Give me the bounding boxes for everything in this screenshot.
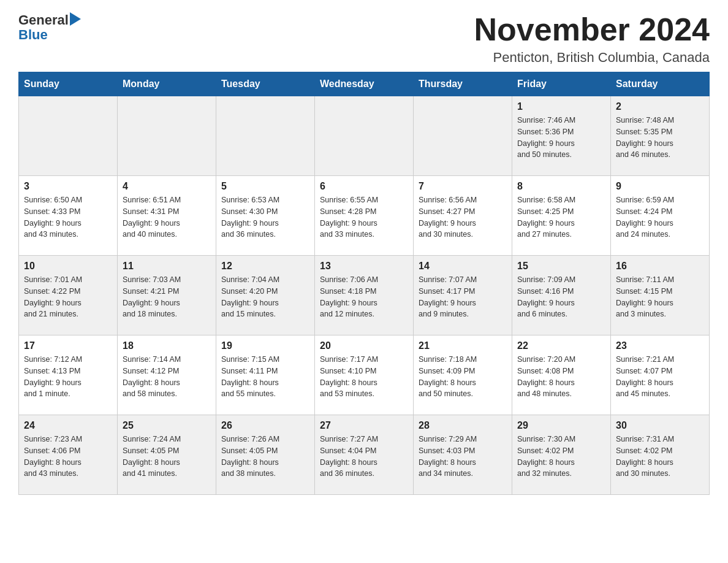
calendar-cell: 9Sunrise: 6:59 AM Sunset: 4:24 PM Daylig… xyxy=(611,176,710,256)
day-number: 30 xyxy=(616,420,704,431)
calendar-cell: 11Sunrise: 7:03 AM Sunset: 4:21 PM Dayli… xyxy=(118,256,216,335)
week-row-1: 1Sunrise: 7:46 AM Sunset: 5:36 PM Daylig… xyxy=(19,96,710,176)
day-info: Sunrise: 7:29 AM Sunset: 4:03 PM Dayligh… xyxy=(419,434,507,480)
title-section: November 2024 Penticton, British Columbi… xyxy=(474,12,710,66)
week-row-3: 10Sunrise: 7:01 AM Sunset: 4:22 PM Dayli… xyxy=(19,256,710,335)
day-info: Sunrise: 7:06 AM Sunset: 4:18 PM Dayligh… xyxy=(320,274,408,320)
day-info: Sunrise: 7:01 AM Sunset: 4:22 PM Dayligh… xyxy=(24,274,112,320)
calendar-cell: 18Sunrise: 7:14 AM Sunset: 4:12 PM Dayli… xyxy=(118,335,216,415)
day-info: Sunrise: 7:48 AM Sunset: 5:35 PM Dayligh… xyxy=(616,115,704,161)
calendar-cell: 26Sunrise: 7:26 AM Sunset: 4:05 PM Dayli… xyxy=(216,415,315,495)
day-number: 2 xyxy=(616,101,704,112)
day-number: 6 xyxy=(320,181,408,192)
header: General Blue November 2024 Penticton, Br… xyxy=(18,12,710,66)
day-number: 18 xyxy=(123,340,211,351)
calendar-cell: 19Sunrise: 7:15 AM Sunset: 4:11 PM Dayli… xyxy=(216,335,315,415)
day-number: 4 xyxy=(123,181,211,192)
calendar-cell xyxy=(315,96,414,176)
day-number: 5 xyxy=(221,181,309,192)
day-info: Sunrise: 7:09 AM Sunset: 4:16 PM Dayligh… xyxy=(517,274,605,320)
day-number: 1 xyxy=(517,101,605,112)
logo: General Blue xyxy=(18,12,81,42)
calendar-cell: 22Sunrise: 7:20 AM Sunset: 4:08 PM Dayli… xyxy=(512,335,611,415)
col-tuesday: Tuesday xyxy=(216,72,315,96)
day-number: 20 xyxy=(320,340,408,351)
calendar-cell xyxy=(118,96,216,176)
day-number: 27 xyxy=(320,420,408,431)
day-number: 21 xyxy=(419,340,507,351)
day-number: 17 xyxy=(24,340,112,351)
calendar-cell: 8Sunrise: 6:58 AM Sunset: 4:25 PM Daylig… xyxy=(512,176,611,256)
logo-arrow-icon xyxy=(70,12,81,26)
col-wednesday: Wednesday xyxy=(315,72,414,96)
day-number: 14 xyxy=(419,261,507,272)
day-info: Sunrise: 7:31 AM Sunset: 4:02 PM Dayligh… xyxy=(616,434,704,480)
day-number: 8 xyxy=(517,181,605,192)
main-title: November 2024 xyxy=(474,12,710,47)
day-number: 16 xyxy=(616,261,704,272)
day-info: Sunrise: 7:14 AM Sunset: 4:12 PM Dayligh… xyxy=(123,354,211,400)
day-info: Sunrise: 7:11 AM Sunset: 4:15 PM Dayligh… xyxy=(616,274,704,320)
day-info: Sunrise: 7:24 AM Sunset: 4:05 PM Dayligh… xyxy=(123,434,211,480)
week-row-5: 24Sunrise: 7:23 AM Sunset: 4:06 PM Dayli… xyxy=(19,415,710,495)
day-info: Sunrise: 7:04 AM Sunset: 4:20 PM Dayligh… xyxy=(221,274,309,320)
day-info: Sunrise: 6:53 AM Sunset: 4:30 PM Dayligh… xyxy=(221,194,309,240)
calendar-cell: 12Sunrise: 7:04 AM Sunset: 4:20 PM Dayli… xyxy=(216,256,315,335)
day-info: Sunrise: 7:30 AM Sunset: 4:02 PM Dayligh… xyxy=(517,434,605,480)
logo-blue-text: Blue xyxy=(18,27,48,42)
calendar-cell: 2Sunrise: 7:48 AM Sunset: 5:35 PM Daylig… xyxy=(611,96,710,176)
calendar-cell: 20Sunrise: 7:17 AM Sunset: 4:10 PM Dayli… xyxy=(315,335,414,415)
day-info: Sunrise: 7:12 AM Sunset: 4:13 PM Dayligh… xyxy=(24,354,112,400)
calendar-header-row: Sunday Monday Tuesday Wednesday Thursday… xyxy=(19,72,710,96)
calendar-cell: 1Sunrise: 7:46 AM Sunset: 5:36 PM Daylig… xyxy=(512,96,611,176)
day-info: Sunrise: 7:27 AM Sunset: 4:04 PM Dayligh… xyxy=(320,434,408,480)
week-row-4: 17Sunrise: 7:12 AM Sunset: 4:13 PM Dayli… xyxy=(19,335,710,415)
day-number: 15 xyxy=(517,261,605,272)
calendar-cell: 25Sunrise: 7:24 AM Sunset: 4:05 PM Dayli… xyxy=(118,415,216,495)
day-number: 28 xyxy=(419,420,507,431)
calendar-cell: 17Sunrise: 7:12 AM Sunset: 4:13 PM Dayli… xyxy=(19,335,118,415)
day-info: Sunrise: 7:26 AM Sunset: 4:05 PM Dayligh… xyxy=(221,434,309,480)
calendar-cell: 3Sunrise: 6:50 AM Sunset: 4:33 PM Daylig… xyxy=(19,176,118,256)
day-info: Sunrise: 6:56 AM Sunset: 4:27 PM Dayligh… xyxy=(419,194,507,240)
col-sunday: Sunday xyxy=(19,72,118,96)
calendar-cell: 29Sunrise: 7:30 AM Sunset: 4:02 PM Dayli… xyxy=(512,415,611,495)
calendar-cell: 24Sunrise: 7:23 AM Sunset: 4:06 PM Dayli… xyxy=(19,415,118,495)
calendar-cell: 10Sunrise: 7:01 AM Sunset: 4:22 PM Dayli… xyxy=(19,256,118,335)
calendar-cell: 30Sunrise: 7:31 AM Sunset: 4:02 PM Dayli… xyxy=(611,415,710,495)
day-info: Sunrise: 7:03 AM Sunset: 4:21 PM Dayligh… xyxy=(123,274,211,320)
day-number: 13 xyxy=(320,261,408,272)
day-info: Sunrise: 7:20 AM Sunset: 4:08 PM Dayligh… xyxy=(517,354,605,400)
day-info: Sunrise: 7:17 AM Sunset: 4:10 PM Dayligh… xyxy=(320,354,408,400)
day-info: Sunrise: 7:15 AM Sunset: 4:11 PM Dayligh… xyxy=(221,354,309,400)
day-info: Sunrise: 6:50 AM Sunset: 4:33 PM Dayligh… xyxy=(24,194,112,240)
calendar-cell xyxy=(414,96,512,176)
col-thursday: Thursday xyxy=(414,72,512,96)
day-number: 7 xyxy=(419,181,507,192)
day-number: 24 xyxy=(24,420,112,431)
calendar-cell: 4Sunrise: 6:51 AM Sunset: 4:31 PM Daylig… xyxy=(118,176,216,256)
day-number: 25 xyxy=(123,420,211,431)
day-info: Sunrise: 7:21 AM Sunset: 4:07 PM Dayligh… xyxy=(616,354,704,400)
day-number: 23 xyxy=(616,340,704,351)
calendar-cell: 16Sunrise: 7:11 AM Sunset: 4:15 PM Dayli… xyxy=(611,256,710,335)
calendar-cell: 27Sunrise: 7:27 AM Sunset: 4:04 PM Dayli… xyxy=(315,415,414,495)
calendar-cell: 21Sunrise: 7:18 AM Sunset: 4:09 PM Dayli… xyxy=(414,335,512,415)
page: General Blue November 2024 Penticton, Br… xyxy=(0,0,728,513)
calendar-cell xyxy=(216,96,315,176)
subtitle: Penticton, British Columbia, Canada xyxy=(474,50,710,66)
calendar-cell: 15Sunrise: 7:09 AM Sunset: 4:16 PM Dayli… xyxy=(512,256,611,335)
day-number: 11 xyxy=(123,261,211,272)
col-saturday: Saturday xyxy=(611,72,710,96)
day-info: Sunrise: 6:58 AM Sunset: 4:25 PM Dayligh… xyxy=(517,194,605,240)
col-monday: Monday xyxy=(118,72,216,96)
calendar-cell: 7Sunrise: 6:56 AM Sunset: 4:27 PM Daylig… xyxy=(414,176,512,256)
col-friday: Friday xyxy=(512,72,611,96)
day-info: Sunrise: 7:23 AM Sunset: 4:06 PM Dayligh… xyxy=(24,434,112,480)
day-number: 3 xyxy=(24,181,112,192)
svg-marker-0 xyxy=(70,12,81,26)
day-number: 12 xyxy=(221,261,309,272)
day-number: 10 xyxy=(24,261,112,272)
day-info: Sunrise: 7:18 AM Sunset: 4:09 PM Dayligh… xyxy=(419,354,507,400)
calendar-cell xyxy=(19,96,118,176)
